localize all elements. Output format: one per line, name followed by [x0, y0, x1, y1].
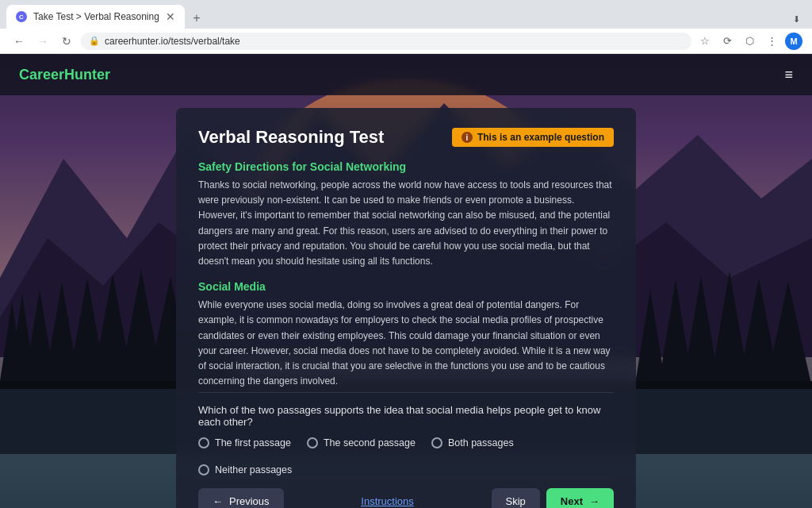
info-icon: i [462, 132, 473, 143]
passage2-text: While everyone uses social media, doing … [198, 298, 614, 389]
option-neither-passages-label: Neither passages [215, 464, 292, 475]
option-second-passage-label: The second passage [324, 437, 416, 448]
logo: CareerHunter [19, 67, 110, 83]
logo-hunter: Hunter [64, 67, 110, 83]
option-neither-passages[interactable]: Neither passages [198, 464, 292, 475]
menu-button[interactable]: ≡ [784, 67, 793, 83]
tab-favicon: C [16, 11, 27, 22]
skip-button[interactable]: Skip [492, 488, 540, 508]
option-both-passages[interactable]: Both passages [431, 437, 514, 448]
bookmark-icon[interactable]: ☆ [696, 33, 714, 50]
question-section: Which of the two passages supports the i… [198, 392, 614, 508]
passage1-text: Thanks to social networking, people acro… [198, 178, 614, 269]
option-first-passage[interactable]: The first passage [198, 437, 291, 448]
radio-both-passages[interactable] [431, 437, 442, 448]
previous-button[interactable]: ← Previous [198, 488, 284, 508]
profile-avatar[interactable]: M [785, 33, 802, 50]
passage2-title: Social Media [198, 280, 614, 293]
prev-arrow-icon: ← [213, 495, 223, 507]
card-title: Verbal Reasoning Test [198, 127, 384, 148]
next-button[interactable]: Next → [546, 488, 614, 508]
new-tab-button[interactable]: + [186, 8, 207, 29]
option-second-passage[interactable]: The second passage [307, 437, 416, 448]
content-area: Verbal Reasoning Test i This is an examp… [0, 95, 812, 508]
radio-second-passage[interactable] [307, 437, 318, 448]
example-badge-text: This is an example question [477, 132, 604, 143]
app-header: CareerHunter ≡ [0, 54, 812, 95]
next-arrow-icon: → [589, 495, 599, 507]
options-row: The first passage The second passage Bot… [198, 437, 614, 475]
account-sync-icon[interactable]: ⟳ [718, 33, 736, 50]
prev-label: Previous [229, 495, 270, 507]
passage1-title: Safety Directions for Social Networking [198, 160, 614, 173]
active-tab[interactable]: C Take Test > Verbal Reasoning ✕ [6, 5, 185, 29]
navigation-row: ← Previous Instructions Skip Next → [198, 488, 614, 508]
browser-menu-icon[interactable]: ⋮ [763, 33, 780, 50]
restore-window-button[interactable]: ⬇ [787, 10, 806, 29]
reload-button[interactable]: ↻ [57, 32, 76, 51]
extensions-icon[interactable]: ⬡ [741, 33, 758, 50]
address-bar[interactable]: 🔒 careerhunter.io/tests/verbal/take [81, 33, 691, 50]
next-label: Next [561, 495, 583, 507]
example-badge: i This is an example question [452, 128, 614, 147]
card-header: Verbal Reasoning Test i This is an examp… [198, 127, 614, 148]
forward-button[interactable]: → [33, 32, 52, 51]
test-card: Verbal Reasoning Test i This is an examp… [176, 108, 636, 508]
instructions-link[interactable]: Instructions [361, 495, 413, 507]
tab-close-button[interactable]: ✕ [166, 10, 175, 23]
right-nav: Skip Next → [492, 488, 614, 508]
question-text: Which of the two passages supports the i… [198, 404, 614, 428]
radio-neither-passages[interactable] [198, 464, 209, 475]
radio-first-passage[interactable] [198, 437, 209, 448]
option-both-passages-label: Both passages [448, 437, 514, 448]
lock-icon: 🔒 [89, 36, 100, 46]
back-button[interactable]: ← [10, 32, 29, 51]
logo-career: Career [19, 67, 64, 83]
tab-label: Take Test > Verbal Reasoning [33, 11, 159, 22]
option-first-passage-label: The first passage [215, 437, 291, 448]
url-text: careerhunter.io/tests/verbal/take [105, 36, 240, 47]
